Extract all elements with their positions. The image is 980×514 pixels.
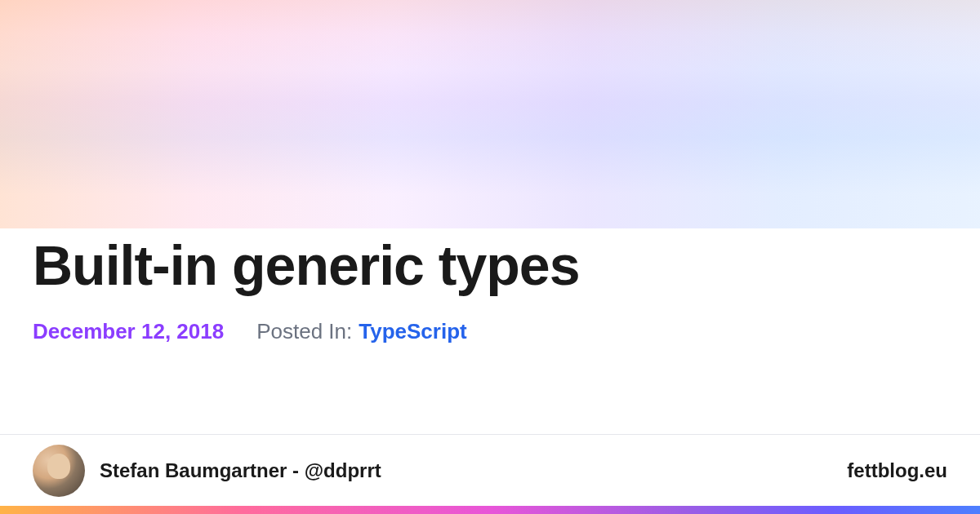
- publish-date: December 12, 2018: [33, 319, 224, 344]
- site-name[interactable]: fettblog.eu: [847, 459, 947, 482]
- posted-in-label: Posted In:: [256, 319, 352, 344]
- article-meta: December 12, 2018 Posted In: TypeScript: [33, 319, 947, 344]
- article-title: Built-in generic types: [33, 235, 947, 296]
- category-wrapper: Posted In: TypeScript: [256, 319, 467, 344]
- header-gradient: [0, 0, 980, 228]
- article-header: Built-in generic types December 12, 2018…: [33, 235, 947, 344]
- footer-gradient-bar: [0, 506, 980, 514]
- author-name-handle: Stefan Baumgartner - @ddprrt: [100, 459, 381, 482]
- category-link[interactable]: TypeScript: [359, 319, 466, 344]
- author-section: Stefan Baumgartner - @ddprrt: [33, 445, 381, 497]
- author-avatar: [33, 445, 85, 497]
- footer: Stefan Baumgartner - @ddprrt fettblog.eu: [0, 434, 980, 514]
